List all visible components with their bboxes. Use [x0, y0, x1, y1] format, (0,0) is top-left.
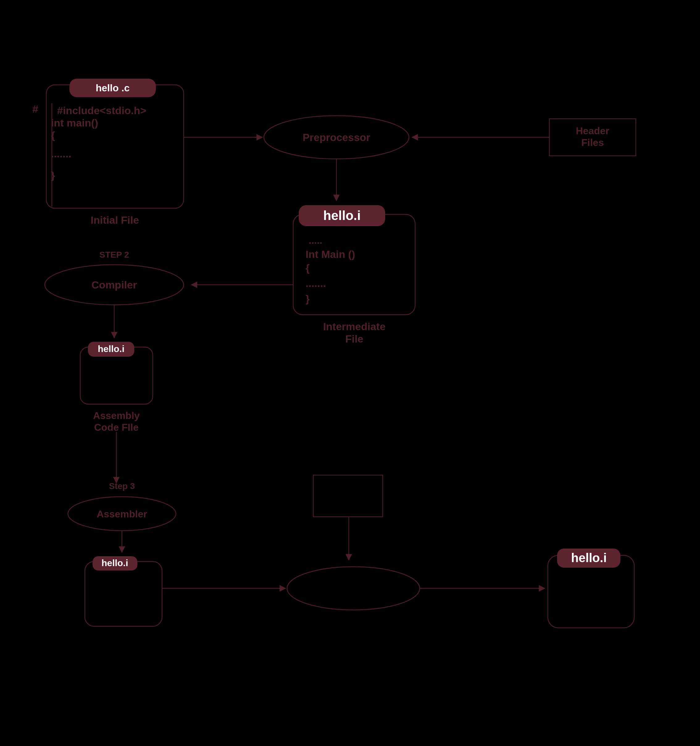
header-files-box: Header Files [549, 119, 636, 156]
svg-rect-11 [85, 561, 162, 626]
compiler-label: Compiler [91, 279, 137, 290]
object-chip: hello.i [102, 558, 128, 568]
code-line: #include<stdio.h> [57, 105, 146, 116]
code-line: Int Main () [306, 248, 355, 260]
code-line: } [306, 293, 310, 304]
code-line: ....... [306, 277, 326, 289]
intermediate-file-box: hello.i ..... Int Main () { ....... } In… [293, 205, 415, 344]
code-line: { [306, 262, 310, 274]
assembler-label: Assembler [96, 508, 147, 520]
preprocessor-node: Preprocessor [264, 116, 409, 159]
initial-file-caption: Initial File [91, 214, 139, 226]
linker-node [287, 567, 420, 610]
code-line: ..... [309, 235, 322, 246]
intermediate-chip: hello.i [323, 208, 360, 223]
assembly-file-box: hello.i Assembly Code FIle [80, 342, 153, 433]
final-chip: hello.i [571, 551, 607, 565]
compilation-flow-diagram: hello .c #include<stdio.h> int main() { … [0, 0, 700, 746]
final-file-box: hello.i [548, 549, 634, 628]
assembly-caption-2: Code FIle [94, 422, 138, 433]
library-box [313, 475, 383, 517]
code-line: int main() [51, 117, 98, 129]
object-file-box: hello.i [85, 556, 162, 626]
step-label: Step 3 [109, 481, 135, 491]
step-label: STEP 2 [99, 250, 129, 259]
preprocessor-label: Preprocessor [303, 131, 370, 143]
intermediate-caption-2: File [345, 333, 364, 344]
svg-rect-5 [293, 214, 415, 315]
intermediate-caption-1: Intermediate [323, 320, 385, 332]
assembly-chip: hello.i [98, 344, 125, 354]
svg-rect-0 [46, 85, 184, 208]
hash-mark: # [32, 103, 38, 115]
compiler-node: STEP 2 Compiler [45, 250, 184, 305]
initial-file-chip: hello .c [96, 83, 129, 93]
code-line: ....... [51, 148, 71, 159]
assembler-node: Step 3 Assembler [68, 481, 176, 531]
header-files-line1: Header [576, 125, 610, 136]
assembly-caption-1: Assembly [93, 410, 140, 421]
header-files-line2: Files [581, 137, 604, 148]
initial-file-box: hello .c #include<stdio.h> int main() { … [46, 79, 184, 226]
